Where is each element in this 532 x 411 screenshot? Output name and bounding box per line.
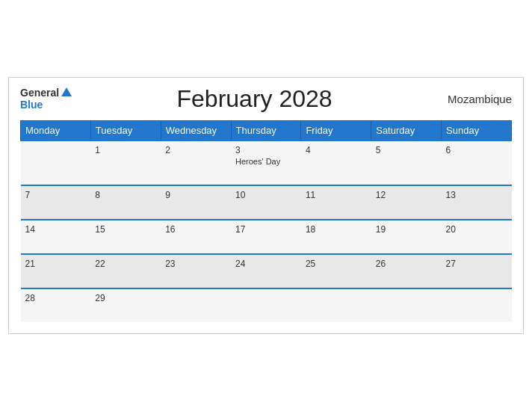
calendar-cell bbox=[21, 140, 91, 185]
calendar-title: February 2028 bbox=[72, 85, 437, 113]
calendar-cell: 6 bbox=[442, 140, 512, 185]
day-number: 19 bbox=[376, 224, 437, 235]
calendar-cell: 28 bbox=[21, 288, 91, 322]
week-row-4: 21222324252627 bbox=[21, 254, 512, 288]
day-number: 2 bbox=[165, 145, 226, 155]
calendar-cell: 4 bbox=[301, 140, 371, 185]
day-number: 18 bbox=[306, 224, 367, 235]
day-number: 10 bbox=[235, 190, 297, 200]
day-number: 12 bbox=[376, 190, 437, 200]
day-number: 25 bbox=[306, 259, 367, 269]
calendar-cell: 8 bbox=[90, 185, 161, 220]
calendar-cell: 25 bbox=[301, 254, 371, 288]
calendar-header: General Blue February 2028 Mozambique bbox=[20, 85, 512, 113]
calendar-cell: 7 bbox=[21, 185, 91, 220]
day-number: 16 bbox=[165, 224, 226, 235]
calendar-cell: 29 bbox=[90, 288, 161, 322]
calendar-cell bbox=[301, 288, 371, 322]
calendar-cell: 19 bbox=[371, 220, 442, 254]
day-number: 13 bbox=[446, 190, 507, 200]
weekday-header-friday: Friday bbox=[301, 121, 371, 141]
logo: General Blue bbox=[20, 87, 72, 111]
calendar-grid: MondayTuesdayWednesdayThursdayFridaySatu… bbox=[20, 120, 512, 322]
calendar-cell: 5 bbox=[371, 140, 442, 185]
day-number: 4 bbox=[306, 145, 367, 155]
day-number: 21 bbox=[25, 259, 87, 269]
day-number: 24 bbox=[235, 259, 297, 269]
logo-triangle-icon bbox=[61, 87, 72, 96]
day-number: 17 bbox=[235, 224, 297, 235]
calendar-cell: 15 bbox=[90, 220, 161, 254]
calendar-cell: 11 bbox=[301, 185, 371, 220]
calendar-cell: 12 bbox=[371, 185, 442, 220]
week-row-2: 78910111213 bbox=[21, 185, 512, 220]
calendar-cell: 13 bbox=[442, 185, 512, 220]
calendar-cell bbox=[161, 288, 231, 322]
day-number: 1 bbox=[95, 145, 156, 155]
holiday-text: Heroes' Day bbox=[235, 157, 297, 166]
day-number: 28 bbox=[25, 293, 87, 303]
week-row-3: 14151617181920 bbox=[21, 220, 512, 254]
calendar-cell: 10 bbox=[231, 185, 301, 220]
calendar-cell: 24 bbox=[231, 254, 301, 288]
calendar-cell: 26 bbox=[371, 254, 442, 288]
day-number: 27 bbox=[446, 259, 507, 269]
week-row-5: 2829 bbox=[21, 288, 512, 322]
weekday-header-saturday: Saturday bbox=[371, 121, 442, 141]
calendar-cell: 22 bbox=[90, 254, 161, 288]
calendar-country: Mozambique bbox=[437, 93, 512, 105]
calendar-cell: 2 bbox=[161, 140, 231, 185]
calendar-cell bbox=[442, 288, 512, 322]
calendar-cell: 14 bbox=[21, 220, 91, 254]
calendar-cell: 3Heroes' Day bbox=[231, 140, 301, 185]
day-number: 26 bbox=[376, 259, 437, 269]
day-number: 14 bbox=[25, 224, 87, 235]
calendar-cell: 23 bbox=[161, 254, 231, 288]
calendar-cell: 17 bbox=[231, 220, 301, 254]
weekday-header-monday: Monday bbox=[21, 121, 91, 141]
calendar-cell: 18 bbox=[301, 220, 371, 254]
calendar-cell: 9 bbox=[161, 185, 231, 220]
day-number: 15 bbox=[95, 224, 156, 235]
day-number: 29 bbox=[95, 293, 156, 303]
day-number: 11 bbox=[306, 190, 367, 200]
logo-general-text: General bbox=[20, 87, 72, 99]
logo-blue-text: Blue bbox=[20, 99, 43, 111]
weekday-header-tuesday: Tuesday bbox=[90, 121, 161, 141]
day-number: 3 bbox=[235, 145, 297, 155]
calendar-cell: 20 bbox=[442, 220, 512, 254]
calendar-cell: 16 bbox=[161, 220, 231, 254]
calendar-container: General Blue February 2028 Mozambique Mo… bbox=[8, 77, 524, 334]
weekday-header-row: MondayTuesdayWednesdayThursdayFridaySatu… bbox=[21, 121, 512, 141]
calendar-cell: 21 bbox=[21, 254, 91, 288]
day-number: 23 bbox=[165, 259, 226, 269]
weekday-header-thursday: Thursday bbox=[231, 121, 301, 141]
calendar-cell bbox=[371, 288, 442, 322]
weekday-header-sunday: Sunday bbox=[442, 121, 512, 141]
weekday-header-wednesday: Wednesday bbox=[161, 121, 231, 141]
day-number: 20 bbox=[446, 224, 507, 235]
calendar-cell: 1 bbox=[90, 140, 161, 185]
calendar-cell bbox=[231, 288, 301, 322]
calendar-cell: 27 bbox=[442, 254, 512, 288]
day-number: 6 bbox=[446, 145, 507, 155]
day-number: 8 bbox=[95, 190, 156, 200]
day-number: 9 bbox=[165, 190, 226, 200]
week-row-1: 123Heroes' Day456 bbox=[21, 140, 512, 185]
day-number: 5 bbox=[376, 145, 437, 155]
day-number: 22 bbox=[95, 259, 156, 269]
day-number: 7 bbox=[25, 190, 87, 200]
